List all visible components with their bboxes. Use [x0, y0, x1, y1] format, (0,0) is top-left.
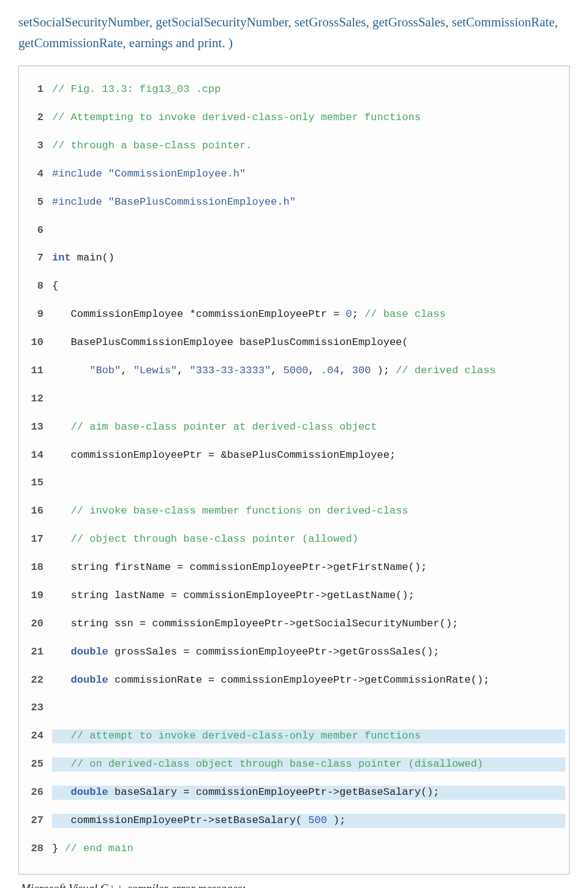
code-token: ,	[121, 365, 133, 376]
code-token: "Bob"	[89, 365, 121, 376]
line-number: 5	[23, 195, 52, 210]
line-number: 27	[23, 814, 52, 828]
code-token: );	[371, 365, 396, 376]
code-token: baseSalary = commissionEmployeePtr->getB…	[108, 786, 440, 798]
code-token: double	[71, 674, 108, 686]
code-token: "333-33-3333"	[189, 365, 271, 376]
code-line: // attempt to invoke derived-class-only …	[52, 730, 421, 742]
code-token: CommissionEmployee *commissionEmployeePt…	[52, 308, 345, 320]
code-token	[52, 365, 89, 376]
line-number: 1	[23, 83, 52, 97]
line-number: 17	[23, 533, 52, 547]
code-line: // Fig. 13.3: fig13_03 .cpp	[52, 83, 221, 95]
line-number: 10	[23, 336, 52, 350]
msvc-caption: Microsoft Visual C++ compiler error mess…	[21, 879, 570, 888]
line-number: 25	[23, 757, 52, 772]
code-token: // derived class	[396, 365, 496, 376]
line-number: 14	[23, 449, 52, 463]
code-token: commissionRate = commissionEmployeePtr->…	[108, 674, 489, 686]
code-token: }	[52, 843, 64, 854]
code-line: // on derived-class object through base-…	[52, 758, 483, 770]
line-number: 11	[23, 364, 52, 378]
code-token: "Lewis"	[134, 365, 177, 376]
line-number: 2	[23, 111, 52, 125]
code-line: {	[52, 279, 565, 294]
code-line: string ssn = commissionEmployeePtr->getS…	[52, 617, 565, 631]
intro-text: setSocialSecurityNumber, getSocialSecuri…	[18, 12, 570, 53]
code-token: main()	[71, 252, 115, 264]
code-line: string firstName = commissionEmployeePtr…	[52, 561, 565, 575]
line-number: 23	[23, 701, 52, 715]
line-number: 7	[23, 251, 52, 265]
line-number: 22	[23, 674, 52, 688]
code-line: // aim base-class pointer at derived-cla…	[52, 421, 377, 433]
code-token: double	[71, 646, 108, 658]
code-token: #include	[52, 168, 102, 180]
code-token: ;	[352, 308, 364, 320]
code-listing: 1// Fig. 13.3: fig13_03 .cpp 2// Attempt…	[18, 66, 570, 874]
line-number: 6	[23, 224, 52, 238]
code-line: string lastName = commissionEmployeePtr-…	[52, 589, 565, 603]
code-token: 300	[352, 365, 371, 376]
code-token: // end main	[64, 843, 133, 854]
code-line: // through a base-class pointer.	[52, 140, 252, 151]
code-token: int	[52, 252, 71, 264]
code-token: commissionEmployeePtr->setBaseSalary(	[52, 814, 308, 826]
code-token: 500	[308, 814, 327, 826]
code-token: ,	[271, 365, 283, 376]
code-token: .04	[321, 365, 340, 376]
code-line: // object through base-class pointer (al…	[52, 533, 358, 545]
code-token: );	[327, 814, 346, 826]
code-token: ,	[177, 365, 189, 376]
code-line: // Attempting to invoke derived-class-on…	[52, 112, 421, 123]
line-number: 4	[23, 167, 52, 181]
code-token: ,	[308, 365, 320, 376]
line-number: 8	[23, 279, 52, 294]
line-number: 20	[23, 617, 52, 631]
code-token	[52, 674, 71, 686]
code-token: 0	[345, 308, 352, 320]
code-line: // invoke base-class member functions on…	[52, 505, 409, 517]
code-token: 5000	[284, 365, 309, 376]
line-number: 18	[23, 561, 52, 575]
line-number: 21	[23, 645, 52, 659]
line-number: 28	[23, 842, 52, 856]
code-token: double	[71, 786, 108, 798]
code-token: ,	[339, 365, 352, 376]
code-token	[52, 786, 71, 798]
line-number: 24	[23, 729, 52, 743]
code-line: BasePlusCommissionEmployee basePlusCommi…	[52, 336, 565, 350]
line-number: 19	[23, 589, 52, 603]
code-token: "CommissionEmployee.h"	[108, 168, 246, 180]
code-token: "BasePlusCommissionEmployee.h"	[108, 196, 296, 208]
line-number: 16	[23, 504, 52, 518]
code-token: grossSales = commissionEmployeePtr->getG…	[108, 646, 440, 658]
line-number: 9	[23, 308, 52, 322]
line-number: 12	[23, 392, 52, 406]
line-number: 15	[23, 476, 52, 490]
code-token: #include	[52, 196, 102, 208]
code-line: commissionEmployeePtr = &basePlusCommiss…	[52, 449, 565, 463]
code-token	[52, 646, 71, 658]
line-number: 26	[23, 786, 52, 800]
code-token: // base class	[364, 308, 446, 320]
line-number: 13	[23, 420, 52, 435]
line-number: 3	[23, 139, 52, 153]
